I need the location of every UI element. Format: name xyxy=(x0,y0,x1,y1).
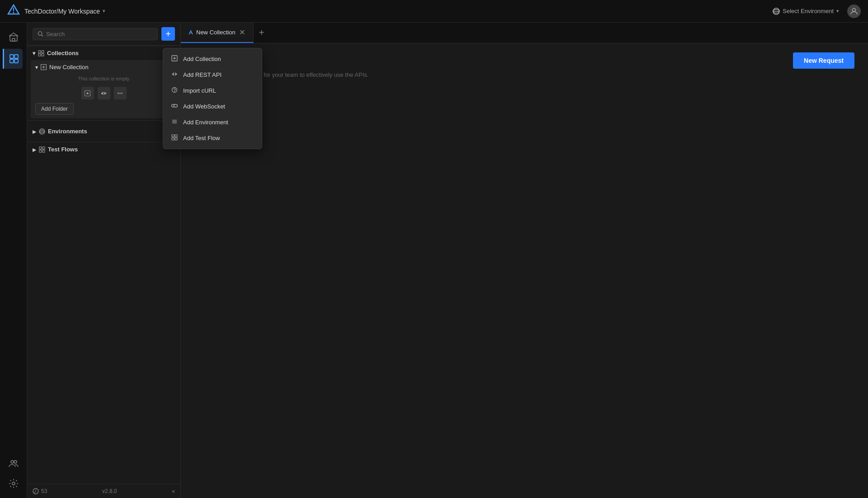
tab-close-btn[interactable]: ✕ xyxy=(238,29,246,36)
connect-icon xyxy=(101,90,107,96)
collections-icon xyxy=(9,54,19,64)
icon-sidebar xyxy=(0,23,27,498)
github-icon xyxy=(33,488,39,494)
svg-point-44 xyxy=(174,91,175,92)
environments-header[interactable]: Environments xyxy=(27,124,180,138)
more-icon xyxy=(117,90,123,96)
add-test-flow-item[interactable]: Add Test Flow xyxy=(163,130,262,146)
add-test-flow-icon xyxy=(170,134,179,142)
add-environment-item[interactable]: Add Environment xyxy=(163,114,262,130)
add-collection-item[interactable]: Add Collection xyxy=(163,51,262,67)
sidebar-item-collections[interactable] xyxy=(3,49,23,69)
tab-label: New Collection xyxy=(196,29,236,36)
collapse-icon[interactable]: « xyxy=(172,488,175,494)
testflows-section: Test Flows xyxy=(27,142,180,156)
testflows-chevron xyxy=(33,146,36,153)
add-environment-icon xyxy=(170,118,179,126)
home-icon xyxy=(9,32,19,42)
collection-play-btn[interactable] xyxy=(81,87,94,99)
svg-point-15 xyxy=(12,482,15,485)
play-icon xyxy=(85,90,90,96)
svg-rect-8 xyxy=(12,38,15,41)
testflows-header[interactable]: Test Flows xyxy=(27,142,180,156)
topbar-right: Select Environment ▾ xyxy=(768,5,861,18)
collection-action-icons xyxy=(31,85,177,103)
add-rest-api-item[interactable]: Add REST API xyxy=(163,67,262,83)
new-request-button[interactable]: New Request xyxy=(793,52,854,69)
svg-rect-53 xyxy=(175,138,177,140)
collection-item-new: New Collection This collection is empty xyxy=(31,60,177,118)
environments-icon xyxy=(39,128,45,135)
svg-rect-38 xyxy=(42,150,45,152)
svg-point-2 xyxy=(13,12,14,13)
collection-empty-text: This collection is empty xyxy=(31,74,177,85)
add-websocket-item[interactable]: Add WebSocket xyxy=(163,99,262,114)
environments-chevron xyxy=(33,128,36,135)
add-websocket-icon xyxy=(170,103,179,110)
collections-section: Collections New Collection This collecti… xyxy=(27,46,180,120)
testflows-icon xyxy=(39,146,45,153)
environments-label: Environments xyxy=(48,128,87,135)
left-panel-footer: 53 v2.8.0 « xyxy=(27,484,180,498)
workspace-selector[interactable]: TechDoctor/My Workspace ▾ xyxy=(24,8,105,15)
search-input-wrap[interactable] xyxy=(33,28,158,40)
import-curl-item[interactable]: Import cURL xyxy=(163,83,262,99)
svg-marker-24 xyxy=(87,92,89,94)
collection-more-btn[interactable] xyxy=(114,87,127,99)
tab-add-btn[interactable]: + xyxy=(254,28,270,38)
svg-rect-51 xyxy=(175,135,177,137)
search-input[interactable] xyxy=(46,31,153,38)
main-layout: + Collections xyxy=(0,23,868,498)
select-env-label: Select Environment xyxy=(783,8,834,14)
collections-chevron xyxy=(33,50,35,56)
svg-rect-20 xyxy=(38,54,41,56)
svg-point-13 xyxy=(11,460,14,463)
select-environment-button[interactable]: Select Environment ▾ xyxy=(768,5,844,18)
tab-icon xyxy=(188,30,193,35)
sidebar-item-team[interactable] xyxy=(4,454,24,474)
svg-rect-50 xyxy=(172,135,174,137)
github-count: 53 xyxy=(41,488,47,494)
tab-new-collection[interactable]: New Collection ✕ xyxy=(181,23,254,43)
svg-point-28 xyxy=(119,93,120,94)
svg-rect-19 xyxy=(42,51,44,53)
sidebar-item-home[interactable] xyxy=(4,27,24,47)
dropdown-menu: Add Collection Add REST API xyxy=(163,48,262,149)
search-bar: + xyxy=(27,23,180,46)
import-curl-icon xyxy=(170,87,179,94)
search-icon xyxy=(38,31,43,37)
svg-rect-21 xyxy=(42,54,44,56)
folder-section: Folder xyxy=(188,51,861,67)
svg-rect-11 xyxy=(10,59,14,63)
user-avatar[interactable] xyxy=(847,5,861,18)
add-rest-icon xyxy=(170,71,179,79)
collection-connect-btn[interactable] xyxy=(98,87,110,99)
team-icon xyxy=(9,459,19,469)
env-chevron: ▾ xyxy=(836,8,839,14)
collections-section-icon xyxy=(38,50,44,56)
add-button[interactable]: + xyxy=(161,27,175,41)
github-info[interactable]: 53 xyxy=(33,488,47,494)
collections-label: Collections xyxy=(47,50,79,56)
add-folder-button[interactable]: Add Folder xyxy=(35,103,74,115)
svg-rect-35 xyxy=(39,147,42,149)
app-logo xyxy=(7,4,20,19)
collection-name: New Collection xyxy=(49,64,89,70)
add-collection-icon xyxy=(170,55,179,63)
svg-rect-10 xyxy=(14,55,18,58)
collection-item-icon xyxy=(41,64,47,70)
topbar: TechDoctor/My Workspace ▾ Select Environ… xyxy=(0,0,868,23)
environment-icon xyxy=(773,8,780,15)
version-label: v2.8.0 xyxy=(102,488,117,494)
svg-rect-36 xyxy=(42,147,45,149)
sidebar-item-settings[interactable] xyxy=(4,474,24,493)
collection-item-header[interactable]: New Collection xyxy=(31,60,177,74)
svg-rect-37 xyxy=(39,150,42,152)
environments-section: Environments xyxy=(27,120,180,142)
testflows-label: Test Flows xyxy=(48,146,78,153)
workspace-label: TechDoctor/My Workspace xyxy=(24,8,100,15)
add-environment-label: Add Environment xyxy=(183,119,228,126)
svg-point-14 xyxy=(14,460,17,463)
add-websocket-label: Add WebSocket xyxy=(183,103,225,110)
collections-header[interactable]: Collections xyxy=(27,46,180,60)
